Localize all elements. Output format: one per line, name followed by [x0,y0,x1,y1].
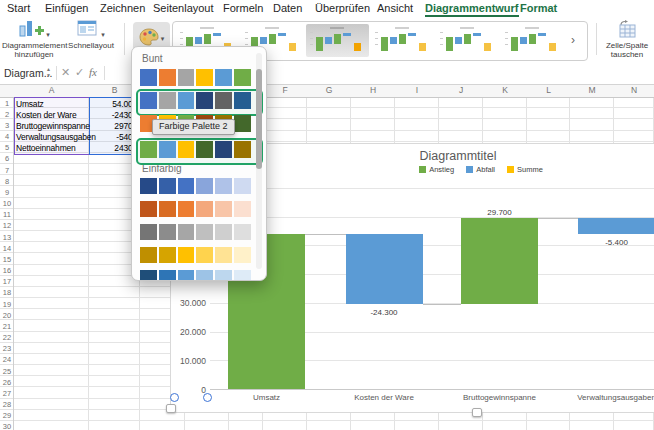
cell-a2[interactable]: Kosten der Ware [16,110,88,120]
row-header-2[interactable]: 2 [0,110,14,119]
y-axis-tick[interactable]: 30.000 [171,298,206,308]
waterfall-bar-2[interactable] [346,234,423,304]
axis-selection-handle[interactable] [203,393,212,402]
y-axis-tick[interactable]: 20.000 [171,327,206,337]
palette-row-colorful-4[interactable] [140,141,251,158]
name-box-stepper[interactable]: ▲▼ [46,66,51,78]
chart-style-thumbnail[interactable] [501,24,564,57]
fx-icon[interactable]: fx [89,66,97,78]
row-header-3[interactable]: 3 [0,121,14,130]
chart-resize-handle[interactable] [166,404,176,413]
menu-item-einfügen[interactable]: Einfügen [45,2,88,14]
category-label[interactable]: Umsatz [212,393,322,402]
add-chart-element-button[interactable]: ▾ Diagrammelement hinzufügen [2,20,66,59]
cell-a1[interactable]: Umsatz [16,99,88,109]
cell-b2[interactable]: -24300 [89,110,137,120]
chart-resize-handle[interactable] [472,408,482,417]
category-label[interactable]: Verwaltungsausgaben [562,393,654,402]
cell-b1[interactable]: 54.000 [89,99,137,109]
scrollbar-thumb[interactable] [256,69,262,169]
data-label[interactable]: -24.300 [354,308,414,317]
cell-a4[interactable]: Verwaltungsausgaben [16,132,88,142]
data-label[interactable]: 29.700 [470,208,530,217]
menu-item-formeln[interactable]: Formeln [223,2,263,14]
row-header-14[interactable]: 14 [0,244,14,253]
menu-item-daten[interactable]: Daten [273,2,302,14]
row-header-10[interactable]: 10 [0,199,14,208]
chart-style-thumbnail[interactable] [371,24,434,57]
menu-item-start[interactable]: Start [7,2,30,14]
row-header-21[interactable]: 21 [0,322,14,331]
palette-row-colorful-2[interactable] [140,92,251,109]
cell-b4[interactable]: -5400 [89,132,137,142]
column-header-l[interactable]: L [527,85,570,95]
row-header-4[interactable]: 4 [0,132,14,141]
column-header-i[interactable]: I [395,85,439,95]
row-header-18[interactable]: 18 [0,288,14,297]
chart-style-thumbnail[interactable] [306,24,369,57]
row-header-6[interactable]: 6 [0,154,14,163]
column-header-k[interactable]: K [483,85,527,95]
column-header-n[interactable]: N [614,85,654,95]
column-header-h[interactable]: H [351,85,395,95]
row-header-7[interactable]: 7 [0,166,14,175]
row-header-1[interactable]: 1 [0,99,14,108]
column-header-a[interactable]: A [14,85,89,95]
gallery-more-arrow[interactable]: › [571,33,575,47]
cell-a5[interactable]: Nettoeinnahmen [16,143,88,153]
row-header-29[interactable]: 29 [0,411,14,420]
palette-row-monochrome-4[interactable] [140,247,251,263]
confirm-icon[interactable]: ✓ [75,66,84,79]
dropdown-scrollbar[interactable] [256,53,262,269]
waterfall-bar-4[interactable] [578,218,654,234]
palette-row-monochrome-2[interactable] [140,201,251,217]
row-header-11[interactable]: 11 [0,210,14,219]
cancel-icon[interactable]: ✕ [61,66,70,79]
column-header-f[interactable]: F [263,85,307,95]
switch-row-column-button[interactable]: Zelle/Spalte tauschen [602,20,652,59]
menu-item-überprüfen[interactable]: Überprüfen [315,2,370,14]
row-header-30[interactable]: 30 [0,422,14,430]
row-header-9[interactable]: 9 [0,188,14,197]
row-header-13[interactable]: 13 [0,233,14,242]
axis-selection-handle[interactable] [170,393,179,402]
palette-row-monochrome-1[interactable] [140,178,251,194]
cell-b5[interactable]: 24300 [89,143,137,153]
row-header-15[interactable]: 15 [0,255,14,264]
palette-row-monochrome-3[interactable] [140,224,251,240]
menu-item-seitenlayout[interactable]: Seitenlayout [153,2,214,14]
row-header-23[interactable]: 23 [0,344,14,353]
row-header-25[interactable]: 25 [0,367,14,376]
chart-style-thumbnail[interactable] [436,24,499,57]
menu-item-format[interactable]: Format [520,2,557,14]
palette-row-colorful-1[interactable] [140,69,251,86]
legend-item-summe[interactable]: Summe [507,165,543,174]
row-header-17[interactable]: 17 [0,277,14,286]
waterfall-bar-3[interactable] [461,218,538,303]
quick-layout-button[interactable]: ▾ Schnellayout [68,20,114,50]
menu-item-zeichnen[interactable]: Zeichnen [100,2,145,14]
row-header-5[interactable]: 5 [0,143,14,152]
row-header-26[interactable]: 26 [0,378,14,387]
row-header-22[interactable]: 22 [0,333,14,342]
y-axis-tick[interactable]: 10.000 [171,356,206,366]
column-header-j[interactable]: J [439,85,483,95]
row-header-19[interactable]: 19 [0,300,14,309]
cell-a3[interactable]: Bruttogewinnspanne [16,121,88,131]
palette-row-monochrome-5[interactable] [140,270,251,281]
row-header-8[interactable]: 8 [0,177,14,186]
column-header-g[interactable]: G [307,85,351,95]
legend-item-anstieg[interactable]: Anstieg [419,165,454,174]
menu-item-ansicht[interactable]: Ansicht [377,2,413,14]
row-header-12[interactable]: 12 [0,221,14,230]
menu-item-diagrammentwurf[interactable]: Diagrammentwurf [425,2,519,17]
data-label[interactable]: -5.400 [587,238,647,247]
column-header-m[interactable]: M [570,85,614,95]
row-header-24[interactable]: 24 [0,355,14,364]
row-header-20[interactable]: 20 [0,311,14,320]
row-header-16[interactable]: 16 [0,266,14,275]
legend-item-abfall[interactable]: Abfall [466,165,495,174]
category-label[interactable]: Bruttogewinnspanne [445,393,555,402]
cell-b3[interactable]: 29700 [89,121,137,131]
category-label[interactable]: Kosten der Ware [329,393,439,402]
